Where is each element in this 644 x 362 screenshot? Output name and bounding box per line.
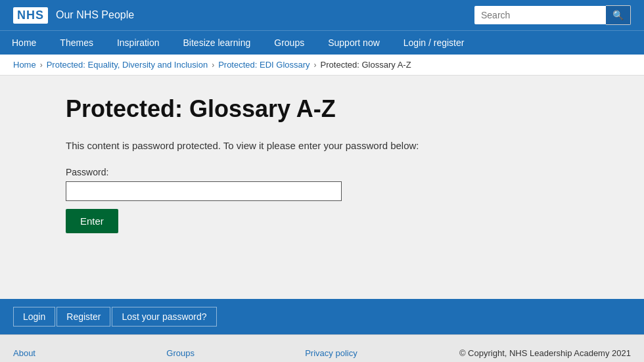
nav-item-home[interactable]: Home [0,31,48,55]
footer-col-3: Privacy policy Terms of Service [305,348,369,362]
nav-item-themes[interactable]: Themes [48,31,105,55]
footer-about-link[interactable]: About [13,348,76,358]
page-title: Protected: Glossary A-Z [66,95,578,123]
breadcrumb-bar: Home › Protected: Equality, Diversity an… [0,55,644,76]
footer-auth-bar: Login Register Lost your password? [0,299,644,334]
footer-col-1: About Bitesize learning [13,348,76,362]
breadcrumb-edi[interactable]: Protected: Equality, Diversity and Inclu… [47,60,208,70]
logo-container: NHS Our NHS People [13,7,134,24]
enter-button[interactable]: Enter [66,209,118,233]
footer-login-link[interactable]: Login [13,307,55,327]
password-label: Password: [66,167,578,177]
footer-col-2: Groups Support now [166,348,214,362]
main-content: Protected: Glossary A-Z This content is … [0,76,644,299]
footer-lost-password-link[interactable]: Lost your password? [112,307,216,327]
breadcrumb: Home › Protected: Equality, Diversity an… [13,60,631,70]
breadcrumb-home[interactable]: Home [13,60,36,70]
top-header: NHS Our NHS People 🔍 [0,0,644,30]
nav-item-inspiration[interactable]: Inspiration [105,31,172,55]
nav-item-support[interactable]: Support now [316,31,392,55]
site-footer: About Bitesize learning Groups Support n… [0,334,644,362]
nav-item-login[interactable]: Login / register [392,31,476,55]
site-title: Our NHS People [56,9,134,21]
breadcrumb-edi-glossary[interactable]: Protected: EDI Glossary [218,60,310,70]
search-button[interactable]: 🔍 [606,5,631,25]
content-inner: Protected: Glossary A-Z This content is … [66,95,578,233]
search-container: 🔍 [474,5,631,25]
password-description: This content is password protected. To v… [66,139,578,154]
nav-item-groups[interactable]: Groups [262,31,316,55]
nav-item-bitesize[interactable]: Bitesize learning [172,31,263,55]
main-nav: Home Themes Inspiration Bitesize learnin… [0,30,644,55]
footer-copyright: © Copyright, NHS Leadership Academy 2021 [459,348,631,362]
breadcrumb-sep-1: › [40,60,43,70]
breadcrumb-current: Protected: Glossary A-Z [321,60,411,70]
breadcrumb-sep-3: › [314,60,317,70]
nhs-logo: NHS [13,7,48,24]
breadcrumb-sep-2: › [212,60,214,70]
search-input[interactable] [474,6,606,24]
footer-privacy-link[interactable]: Privacy policy [305,348,369,358]
password-input[interactable] [66,181,342,201]
footer-inner: About Bitesize learning Groups Support n… [13,348,631,362]
footer-register-link[interactable]: Register [57,307,110,327]
footer-groups-link[interactable]: Groups [166,348,214,358]
